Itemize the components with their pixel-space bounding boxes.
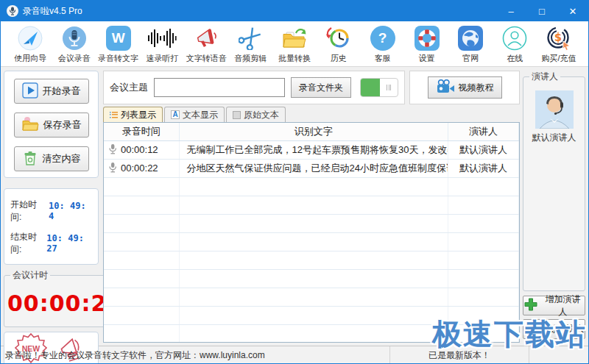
table-row[interactable]: 00:00:22 分地区天然气保证供应问题，已经启动24小时应急值班制度保证用气… [104,159,519,177]
record-buttons-panel: 开始录音 保存录音 清空内容 [4,71,99,178]
video-camera-icon [436,79,455,96]
times-panel: 开始时间: 10: 49: 4 结束时间: 10: 49: 27 [4,188,99,265]
start-record-button[interactable]: 开始录音 [14,79,89,104]
timer-group-label: 会议计时 [10,269,50,282]
statusbar-info: 录音啦！专业的会议录音转文字软件，官方网址：www.luyinla.com [1,349,389,362]
toggle-on-track [361,79,380,96]
video-tutorial-panel: 视频教程 [409,71,520,104]
megaphone-icon [193,24,219,52]
default-speaker-label: 默认演讲人 [526,132,582,144]
table-header-row: 录音时间 识别文字 演讲人 [104,123,519,140]
titlebar: 录音啦v4.5 Pro – □ ✕ [1,1,588,21]
tab-list-view[interactable]: 列表显示 [103,107,163,122]
row-mic-icon [108,162,117,175]
toolbar-item-shorthand[interactable]: 速录听打 [141,24,185,66]
save-folder-icon [21,116,39,135]
col-record-time[interactable]: 录音时间 [104,123,179,140]
toggle-knob [380,79,398,96]
window-title: 录音啦v4.5 Pro [23,5,82,18]
tab-raw-text[interactable]: 原始文本 [226,107,286,122]
letter-w-icon: W [106,24,131,52]
toolbar-item-buy[interactable]: S 购买/充值 [537,24,581,66]
speaker-sidebar: 演讲人 默认演讲人 增加演讲人 [521,67,588,346]
start-time-value: 10: 49: 4 [49,201,94,221]
toolbar-item-audio-edit[interactable]: 音频剪辑 [228,24,272,66]
toolbar-item-audio-to-text[interactable]: W 录音转文字 [96,24,141,66]
topic-input[interactable] [154,78,285,97]
view-tabs: 列表显示 A 文本显示 原始文本 [103,107,520,122]
text-view-icon: A [171,110,180,119]
speaker-avatar[interactable] [535,90,574,129]
video-tutorial-button[interactable]: 视频教程 [428,76,502,99]
app-mic-icon [7,5,18,17]
folder-convert-icon [281,24,308,52]
list-view-icon [110,112,118,118]
toolbar-item-guide[interactable]: 使用向导 [8,24,52,66]
speaker-group-label: 演讲人 [529,71,560,83]
plus-icon [523,297,538,314]
topic-label: 会议主题 [110,81,148,94]
globe-icon [458,24,483,52]
raw-text-icon [233,111,241,119]
toolbar: 使用向导 会议录音 W 录音转文字 速录听打 文字转语音 [1,21,588,67]
save-record-button[interactable]: 保存录音 [14,113,89,138]
record-folder-button[interactable]: 录音文件夹 [291,77,351,98]
toolbar-item-batch-convert[interactable]: 批量转换 [272,24,317,66]
microphone-icon [62,24,87,52]
waveform-icon [147,24,177,52]
start-time-label: 开始时间: [10,199,46,224]
toolbar-item-text-to-speech[interactable]: 文字转语音 [184,24,228,66]
app-window: 录音啦v4.5 Pro – □ ✕ 使用向导 会议录音 W 录音转文字 [0,0,589,364]
toolbar-item-online[interactable]: 在线 [493,24,537,66]
lifebuoy-icon [415,24,440,52]
site-watermark: 极速下载站 [432,314,587,354]
topic-panel: 会议主题 录音文件夹 [103,71,405,104]
minimize-button[interactable]: – [495,1,526,21]
close-button[interactable]: ✕ [557,1,588,21]
trash-icon [22,150,38,168]
maximize-button[interactable]: □ [526,1,557,21]
tab-text-view[interactable]: A 文本显示 [164,107,225,122]
play-icon [22,82,38,101]
question-icon: ? [370,24,395,52]
record-toggle[interactable] [360,78,398,97]
dollar-cursor-icon: S [546,24,572,52]
end-time-label: 结束时间: [10,231,43,256]
end-time-value: 10: 49: 27 [46,233,94,254]
history-clock-icon [325,24,352,52]
scissors-icon [239,24,262,52]
speaker-group: 演讲人 默认演讲人 [523,71,585,291]
main-content: 会议主题 录音文件夹 视频教程 [102,67,521,346]
clear-content-button[interactable]: 清空内容 [14,146,89,171]
person-outline-icon [502,24,527,52]
toolbar-item-history[interactable]: 历史 [317,24,361,66]
table-row[interactable]: 00:00:12 无编制工作已全部完成，12号起车票预售期将恢复30天，发改委今… [104,140,519,159]
toolbar-item-meeting-record[interactable]: 会议录音 [52,24,96,66]
left-sidebar: 开始录音 保存录音 清空内容 开始时间: [1,67,102,346]
paper-plane-icon [18,24,43,52]
toolbar-item-support[interactable]: ? 客服 [361,24,405,66]
col-recognized-text[interactable]: 识别文字 [179,123,448,140]
toolbar-item-settings[interactable]: 设置 [405,24,449,66]
col-speaker[interactable]: 演讲人 [448,123,519,140]
add-speaker-button[interactable]: 增加演讲人 [523,296,585,315]
toolbar-item-website[interactable]: 官网 [448,24,493,66]
recognition-table: 录音时间 识别文字 演讲人 00:00:12 无编制工作已全部完成，12号起车票… [103,122,520,343]
row-mic-icon [108,143,117,157]
